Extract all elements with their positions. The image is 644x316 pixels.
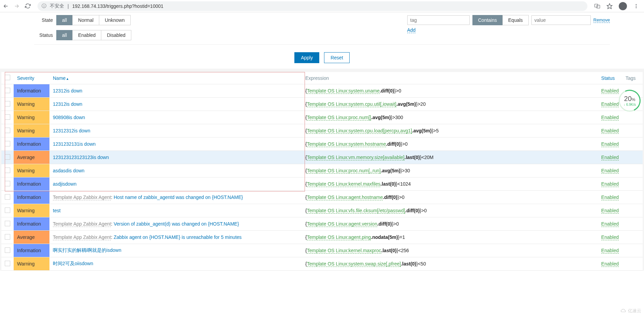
menu-icon[interactable] [633,3,639,9]
expression-item-link[interactable]: Template OS Linux:kernel.maxproc [307,248,381,254]
mode-equals[interactable]: Equals [502,15,529,25]
status-link[interactable]: Enabled [601,208,619,214]
template-prefix[interactable]: Template App Zabbix Agent [53,221,111,227]
expression-item-link[interactable]: Template OS Linux:vfs.file.cksum[/etc/pa… [307,208,405,214]
state-normal[interactable]: Normal [72,15,99,25]
trigger-name-link[interactable]: 时间2可及oiisdown [53,261,93,266]
status-link[interactable]: Enabled [601,234,619,240]
trigger-name-link[interactable]: 12312312is down [53,128,90,133]
reset-button[interactable]: Reset [324,52,350,63]
trigger-name-link[interactable]: asdasdis down [53,168,85,173]
tag-input[interactable] [407,15,470,25]
expression-item-link[interactable]: Template OS Linux:proc.num[] [307,115,371,120]
mode-contains[interactable]: Contains [472,15,503,25]
add-link[interactable]: Add [407,27,416,33]
expression-item-link[interactable]: Template OS Linux:kernel.maxfiles [307,181,381,187]
status-link[interactable]: Enabled [601,195,619,200]
row-checkbox[interactable] [5,128,10,133]
status-link[interactable]: Enabled [601,168,619,174]
remove-link[interactable]: Remove [594,17,610,23]
svg-point-3 [636,4,637,5]
value-input[interactable] [531,15,591,25]
expression-item-link[interactable]: Template OS Linux:vm.memory.size[availab… [307,155,405,160]
trigger-name-link[interactable]: 12312is down [53,88,82,94]
reload-icon[interactable] [25,3,31,9]
expression-item-link[interactable]: Template OS Linux:agent.version [307,221,377,227]
row-checkbox[interactable] [5,207,10,213]
status-enabled[interactable]: Enabled [72,30,101,40]
status-link[interactable]: Enabled [601,88,619,94]
state-all[interactable]: all [56,15,73,25]
status-link[interactable]: Enabled [601,128,619,134]
table-row: Average123123123123123is down{Template O… [1,151,643,164]
row-checkbox[interactable] [5,247,10,253]
row-checkbox[interactable] [5,88,10,93]
match-mode: Contains Equals [472,15,529,25]
row-checkbox[interactable] [5,194,10,200]
col-status[interactable]: Status [598,72,622,84]
trigger-name-link[interactable]: Zabbix agent on {HOST.NAME} is unreachab… [114,234,241,240]
table-row: Warning908908is down{Template OS Linux:p… [1,111,643,124]
table-row: Warning12312is down{Template OS Linux:sy… [1,98,643,111]
back-icon[interactable] [3,3,9,9]
template-prefix[interactable]: Template App Zabbix Agent [53,195,111,200]
expression-item-link[interactable]: Template OS Linux:system.uname [307,88,380,94]
expression-item-link[interactable]: Template OS Linux:system.cpu.load[percpu… [307,128,412,134]
expression-item-link[interactable]: Template OS Linux:system.swap.size[,pfre… [307,261,401,267]
row-checkbox[interactable] [5,168,10,173]
status-link[interactable]: Enabled [601,221,619,227]
status-link[interactable]: Enabled [601,101,619,107]
status-all[interactable]: all [56,30,73,40]
address-bar[interactable]: ⓘ 不安全 | 192.168.74.133/triggers.php?host… [38,1,587,11]
table-row: Warning12312312is down{Template OS Linux… [1,124,643,138]
forward-icon[interactable] [14,3,20,9]
col-tags: Tags [622,72,643,84]
row-checkbox[interactable] [5,221,10,226]
trigger-name-link[interactable]: 12312is down [53,101,82,107]
expression-item-link[interactable]: Template OS Linux:proc.num[,,run] [307,168,381,174]
insecure-label: 不安全 [50,3,64,9]
expression-item-link[interactable]: Template OS Linux:agent.ping [307,234,371,240]
translate-icon[interactable] [594,3,600,9]
row-checkbox[interactable] [5,234,10,240]
col-severity[interactable]: Severity [14,72,49,84]
status-link[interactable]: Enabled [601,248,619,254]
severity-badge: Warning [14,257,49,270]
row-checkbox[interactable] [5,181,10,186]
star-icon[interactable] [606,3,613,9]
svg-point-4 [636,5,637,6]
trigger-name-link[interactable]: Version of zabbix_agent(d) was changed o… [114,221,239,227]
template-prefix[interactable]: Template App Zabbix Agent [53,234,111,240]
svg-point-5 [636,7,637,8]
state-unknown[interactable]: Unknown [99,15,130,25]
status-link[interactable]: Enabled [601,155,619,160]
status-link[interactable]: Enabled [601,141,619,147]
row-checkbox[interactable] [5,101,10,106]
table-row: Warning时间2可及oiisdown{Template OS Linux:s… [1,257,643,271]
expression-item-link[interactable]: Template OS Linux:system.cpu.util[,iowai… [307,101,396,107]
apply-button[interactable]: Apply [294,52,319,63]
trigger-name-link[interactable]: 123123123123123is down [53,155,109,160]
table-row: InformationTemplate App Zabbix Agent: Ho… [1,191,643,204]
status-disabled[interactable]: Disabled [101,30,131,40]
trigger-name-link[interactable]: 908908is down [53,115,85,120]
row-checkbox[interactable] [5,261,10,266]
trigger-name-link[interactable]: 1231232131is down [53,141,96,147]
trigger-name-link[interactable]: 啊实打实的解耦i啊就是的isdown [53,247,121,253]
status-link[interactable]: Enabled [601,181,619,187]
severity-badge: Information [14,191,49,204]
filter-area: State all Normal Unknown Status all Enab… [0,12,644,69]
select-all-checkbox[interactable] [5,75,10,80]
row-checkbox[interactable] [5,114,10,120]
trigger-name-link[interactable]: test [53,208,61,213]
trigger-name-link[interactable]: asdjisdown [53,181,76,187]
trigger-name-link[interactable]: Host name of zabbix_agentd was changed o… [114,195,243,200]
profile-avatar[interactable] [619,2,627,10]
expression-item-link[interactable]: Template OS Linux:system.hostname [307,141,386,147]
col-name[interactable]: Name [49,72,302,84]
expression-item-link[interactable]: Template OS Linux:agent.hostname [307,195,383,200]
status-link[interactable]: Enabled [601,115,619,120]
row-checkbox[interactable] [5,154,10,160]
row-checkbox[interactable] [5,141,10,146]
status-link[interactable]: Enabled [601,261,619,267]
